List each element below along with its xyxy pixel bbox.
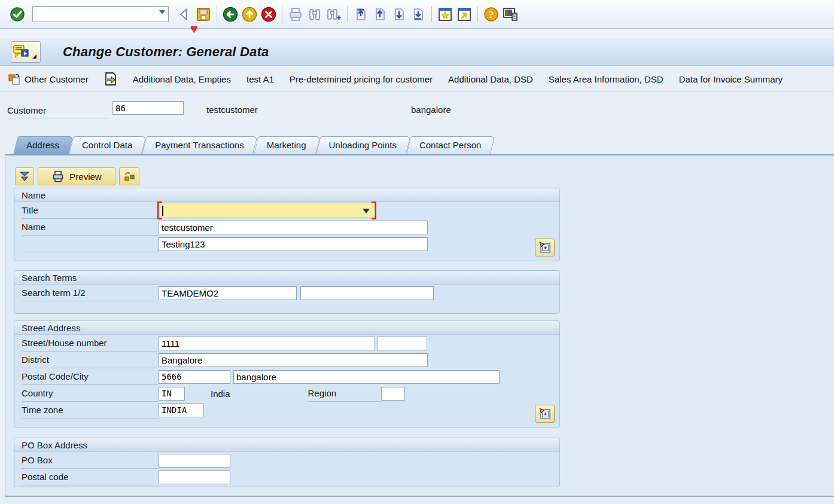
more-street-fields-button[interactable] — [535, 405, 555, 423]
house-number-field[interactable] — [377, 337, 427, 350]
next-page-icon — [391, 7, 407, 22]
customer-name-text: testcustomer — [206, 105, 258, 115]
app-toolbar-item-additional-data-dsd[interactable]: Additional Data, DSD — [448, 74, 533, 84]
app-toolbar-item-test-a1[interactable]: test A1 — [246, 74, 274, 84]
title-label: Title — [22, 202, 159, 219]
more-name-fields-button[interactable] — [535, 239, 555, 256]
name-section-header: Name — [14, 188, 559, 202]
postal-code-label: Postal Code/City — [22, 368, 159, 385]
tab-payment-transactions[interactable]: Payment Transactions — [142, 136, 253, 154]
po-box-section: PO Box Address PO Box Postal code — [14, 438, 560, 487]
focus-bracket-left — [157, 201, 162, 219]
country-name-text: India — [211, 389, 230, 399]
text-cursor — [162, 206, 163, 216]
find-next-button[interactable] — [324, 5, 343, 24]
customer-number-field[interactable] — [112, 101, 184, 115]
timezone-field[interactable] — [159, 404, 204, 417]
assign-button[interactable] — [119, 167, 139, 185]
name2-row — [14, 236, 559, 252]
nav-exit-button[interactable] — [240, 5, 259, 24]
back-button[interactable] — [175, 5, 194, 24]
command-field[interactable] — [32, 6, 169, 22]
nav-cancel-button[interactable] — [259, 5, 278, 24]
street-address-header: Street Address — [14, 321, 559, 335]
find-icon — [307, 7, 322, 22]
toolbar-separator — [477, 6, 478, 22]
assign-icon — [123, 170, 135, 182]
app-toolbar-item-sales-area-information-dsd[interactable]: Sales Area Information, DSD — [549, 74, 663, 84]
first-page-icon — [353, 7, 369, 22]
additional-data-icon — [104, 72, 117, 86]
customer-city-text: bangalore — [411, 105, 451, 115]
toolbar-separator — [217, 6, 217, 22]
tab-unloading-points[interactable]: Unloading Points — [316, 136, 406, 154]
tab-control-data[interactable]: Control Data — [69, 136, 142, 154]
title-row: Title — [14, 202, 559, 219]
postal-code-field[interactable] — [159, 370, 230, 384]
last-page-button[interactable] — [409, 5, 428, 24]
enter-button[interactable] — [8, 5, 28, 24]
customize-layout-button[interactable] — [501, 5, 520, 24]
po-box-label: PO Box — [22, 452, 159, 469]
last-page-icon — [410, 7, 426, 22]
services-for-object-icon — [13, 44, 30, 60]
app-toolbar-item-additional-data-empties[interactable]: Additional Data, Empties — [133, 74, 231, 84]
find-button[interactable] — [305, 5, 324, 24]
street-label: Street/House number — [22, 335, 159, 352]
nav-back-button[interactable] — [221, 5, 240, 24]
search-term-label: Search term 1/2 — [22, 285, 159, 301]
chevron-down-icon[interactable] — [363, 209, 370, 213]
district-row: District — [14, 352, 559, 368]
po-box-postal-field[interactable] — [159, 471, 230, 484]
other-customer-label: Other Customer — [25, 74, 89, 84]
save-button[interactable] — [194, 5, 213, 24]
new-session-button[interactable] — [436, 5, 455, 24]
name-section: Name Title Name — [14, 188, 560, 261]
title-bar: Change Customer: General Data — [0, 38, 834, 66]
additional-data-icon-button[interactable] — [104, 72, 117, 86]
name-field[interactable] — [159, 221, 428, 234]
po-box-field[interactable] — [159, 454, 230, 468]
previous-page-button[interactable] — [370, 5, 389, 24]
tab-marketing[interactable]: Marketing — [254, 136, 316, 154]
search-term-2-field[interactable] — [300, 286, 434, 300]
dropdown-caret-icon — [32, 54, 36, 59]
customize-layout-icon — [502, 6, 519, 23]
shortcut-button[interactable] — [455, 5, 474, 24]
country-field[interactable] — [159, 387, 185, 401]
preview-button[interactable]: Preview — [38, 167, 115, 185]
print-preview-icon — [51, 170, 65, 183]
help-icon: ? — [483, 7, 499, 22]
tab-address[interactable]: Address — [13, 136, 69, 154]
previous-page-icon — [372, 7, 388, 22]
region-field[interactable] — [381, 387, 405, 401]
international-versions-button[interactable] — [15, 167, 34, 185]
tab-contact-person[interactable]: Contact Person — [406, 136, 491, 154]
po-box-postal-label: Postal code — [22, 469, 159, 485]
first-page-button[interactable] — [351, 5, 370, 24]
nav-exit-icon — [241, 6, 258, 23]
district-field[interactable] — [159, 353, 428, 367]
print-icon — [288, 7, 303, 22]
search-term-1-field[interactable] — [159, 286, 297, 300]
application-toolbar: Other Customer Additional Data, Empties … — [0, 66, 834, 92]
page-title: Change Customer: General Data — [63, 44, 269, 60]
command-field-wrap — [32, 6, 169, 22]
po-box-row: PO Box — [14, 452, 559, 469]
address-tab-panel: Preview Name Title — [5, 154, 834, 497]
app-toolbar-item-predetermined-pricing[interactable]: Pre-determined pricing for customer — [290, 74, 433, 84]
print-button[interactable] — [286, 5, 305, 24]
app-toolbar-item-data-for-invoice-summary[interactable]: Data for Invoice Summary — [679, 74, 783, 84]
po-box-postal-row: Postal code — [14, 469, 559, 485]
heart-marker: ♥ — [190, 22, 197, 36]
postal-city-row: Postal Code/City — [14, 368, 559, 385]
help-button[interactable]: ? — [482, 5, 501, 24]
other-customer-button[interactable]: Other Customer — [7, 72, 89, 86]
po-box-header: PO Box Address — [14, 438, 559, 452]
name2-field[interactable] — [159, 237, 428, 251]
title-dropdown[interactable] — [159, 203, 375, 218]
city-field[interactable] — [233, 370, 500, 384]
next-page-button[interactable] — [389, 5, 409, 24]
street-field[interactable] — [159, 337, 375, 350]
services-for-object-button[interactable] — [11, 41, 41, 63]
